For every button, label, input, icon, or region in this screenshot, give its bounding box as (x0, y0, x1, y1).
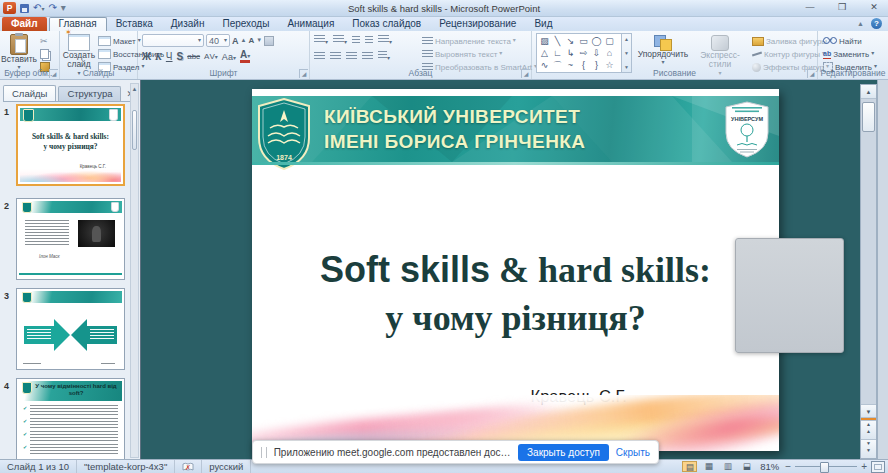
align-left-icon[interactable] (314, 52, 325, 61)
drawing-dialog-launcher[interactable]: ◢ (807, 69, 816, 78)
help-icon[interactable]: ? (871, 18, 882, 29)
text-direction-button[interactable]: Направление текста▾ (422, 35, 516, 47)
slide-editor[interactable]: 1874 КИЇВСЬКИЙ УНІВЕРСИТЕТІМЕНІ БОРИСА Г… (252, 89, 779, 451)
decrease-indent-icon[interactable] (352, 36, 360, 45)
shape-block-arrow-down-icon[interactable]: ⇩ (590, 47, 603, 59)
tab-transitions[interactable]: Переходы (213, 17, 278, 31)
font-color-button[interactable]: А▾ (240, 50, 250, 63)
copy-button[interactable] (40, 48, 49, 60)
normal-view-button[interactable]: ▤ (682, 461, 697, 472)
underline-button[interactable]: Ч (166, 51, 173, 62)
slide-thumbnail-1[interactable]: Soft skills & hard skills:у чому різниця… (16, 104, 125, 186)
university-logo[interactable]: 1874 (257, 98, 311, 170)
font-size-combo[interactable]: 40▾ (206, 34, 230, 47)
font-name-combo[interactable]: ▾ (142, 34, 204, 47)
slide-header-banner[interactable]: 1874 КИЇВСЬКИЙ УНІВЕРСИТЕТІМЕНІ БОРИСА Г… (252, 96, 779, 162)
universum-emblem[interactable]: УНІВЕРСУМ (724, 101, 770, 158)
slide-thumbnail-3[interactable] (16, 288, 125, 370)
status-language[interactable]: русский (202, 460, 251, 473)
clear-formatting-icon[interactable] (264, 36, 274, 46)
paragraph-dialog-launcher[interactable]: ◢ (521, 69, 530, 78)
replace-button[interactable]: abЗаменить▾ (823, 48, 874, 60)
shape-block-arrow-right-icon[interactable]: ⇨ (577, 47, 590, 59)
shape-rectangle-icon[interactable]: ▭ (577, 35, 590, 47)
reading-view-button[interactable]: ▥ (720, 461, 735, 472)
shape-elbow-arrow-icon[interactable]: ↳ (564, 47, 577, 59)
slide-thumbnail-4[interactable]: У чому відмінності hard від soft? ✔ ✔ ✔ … (16, 378, 125, 459)
italic-button[interactable]: К (155, 51, 162, 62)
text-shadow-button[interactable]: S (177, 51, 184, 62)
columns-button[interactable]: ▾ (378, 51, 390, 62)
panel-tab-slides[interactable]: Слайды (3, 85, 56, 101)
vertical-scrollbar[interactable]: ▲ ▼ ▲▲ ▼▼ (860, 84, 877, 459)
meet-stop-sharing-button[interactable]: Закрыть доступ (518, 444, 609, 461)
tab-design[interactable]: Дизайн (162, 17, 214, 31)
tab-insert[interactable]: Вставка (107, 17, 162, 31)
numbering-button[interactable]: ▾ (333, 35, 347, 46)
change-case-button[interactable]: Аа▾ (222, 52, 236, 62)
bullets-button[interactable]: ▾ (314, 35, 328, 46)
shape-arrow-icon[interactable]: ↘ (564, 35, 577, 47)
tab-view[interactable]: Вид (525, 17, 561, 31)
next-slide-button[interactable]: ▼▼ (861, 439, 876, 458)
restore-button[interactable]: ❒ (834, 1, 850, 14)
shape-line-icon[interactable]: ╲ (551, 35, 564, 47)
shape-elbow-icon[interactable]: ∟ (551, 47, 564, 59)
shape-triangle-icon[interactable]: △ (538, 47, 551, 59)
tab-animations[interactable]: Анимация (278, 17, 343, 31)
arrange-button[interactable]: Упорядочить▾ (636, 33, 690, 67)
slide-title-text[interactable]: Soft skills & hard skills: у чому різниц… (252, 246, 779, 342)
zoom-slider[interactable] (795, 461, 857, 472)
status-template-name[interactable]: "template-korp-4x3" (77, 460, 175, 473)
character-spacing-button[interactable]: АV▾ (204, 52, 218, 61)
close-button[interactable]: ✕ (866, 1, 882, 14)
shape-outline-button[interactable]: Контур фигуры▾ (752, 48, 825, 60)
zoom-in-button[interactable]: + (861, 461, 867, 472)
shape-callout-icon[interactable]: ⌂ (603, 47, 616, 59)
university-name[interactable]: КИЇВСЬКИЙ УНІВЕРСИТЕТІМЕНІ БОРИСА ГРІНЧЕ… (324, 104, 585, 154)
shapes-gallery-scroll[interactable]: ▲▼▼ (622, 33, 632, 73)
undo-icon[interactable]: ↶▾ (33, 2, 44, 14)
slideshow-view-button[interactable]: ⬓ (739, 461, 754, 472)
align-center-icon[interactable] (330, 52, 341, 61)
shapes-gallery[interactable]: ▨╲↘▭◯▢ △∟↳⇨⇩⌂ ∿⌒~{}☆ (536, 33, 622, 73)
fit-to-window-button[interactable] (871, 461, 885, 473)
tab-file[interactable]: Файл (2, 17, 47, 31)
bold-button[interactable]: Ж (142, 51, 151, 62)
slide-sorter-view-button[interactable]: ▦ (701, 461, 716, 472)
powerpoint-app-icon[interactable]: P (3, 2, 16, 14)
meet-hide-button[interactable]: Скрыть (616, 447, 650, 458)
minimize-button[interactable]: — (802, 1, 818, 14)
line-spacing-button[interactable]: ▾ (378, 35, 392, 46)
save-icon[interactable] (20, 4, 29, 13)
zoom-out-button[interactable]: − (785, 461, 791, 472)
shape-textbox-icon[interactable]: ▨ (538, 35, 551, 47)
tab-slideshow[interactable]: Показ слайдов (343, 17, 430, 31)
shrink-font-button[interactable]: А▼ (248, 35, 262, 47)
panel-scroll-thumb[interactable] (132, 110, 137, 150)
panel-tab-outline[interactable]: Структура (58, 86, 121, 101)
find-button[interactable]: Найти (823, 35, 862, 47)
qat-customize-icon[interactable]: ▾ (61, 2, 66, 14)
shape-rounded-rect-icon[interactable]: ▢ (603, 35, 616, 47)
grow-font-button[interactable]: А▲ (232, 35, 246, 47)
scroll-down-button[interactable]: ▼ (861, 404, 876, 418)
zoom-slider-thumb[interactable] (820, 462, 829, 473)
increase-indent-icon[interactable] (365, 36, 373, 45)
cut-button[interactable]: ✂ (40, 35, 48, 47)
shape-oval-icon[interactable]: ◯ (590, 35, 603, 47)
panel-scrollbar[interactable]: ▲ (130, 83, 139, 458)
tab-review[interactable]: Рецензирование (430, 17, 525, 31)
redo-icon[interactable]: ↷ (48, 2, 56, 14)
justify-icon[interactable] (362, 52, 373, 61)
status-slide-counter[interactable]: Слайд 1 из 10 (0, 460, 77, 473)
layout-button[interactable]: Макет▾ (98, 35, 141, 47)
zoom-level[interactable]: 81% (758, 461, 781, 472)
tab-home[interactable]: Главная (49, 17, 107, 31)
scroll-up-button[interactable]: ▲ (861, 85, 876, 99)
meet-drag-handle-icon[interactable] (261, 447, 267, 458)
strikethrough-button[interactable]: abc (187, 52, 200, 61)
align-right-icon[interactable] (346, 52, 357, 61)
clipboard-dialog-launcher[interactable]: ◢ (49, 69, 58, 78)
status-spellcheck[interactable]: ✗ (175, 460, 202, 473)
